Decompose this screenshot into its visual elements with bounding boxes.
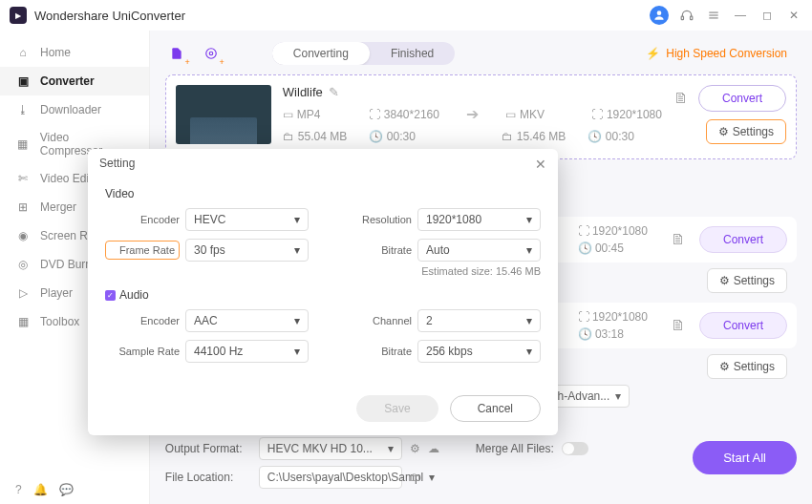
bell-icon[interactable]: 🔔 — [33, 483, 48, 496]
tab-segment: Converting Finished — [272, 42, 455, 65]
home-icon: ⌂ — [15, 45, 31, 60]
start-all-button[interactable]: Start All — [693, 441, 797, 474]
dst-resolution: ⛶ 1920*1080 — [578, 310, 648, 324]
chevron-down-icon: ▾ — [526, 243, 532, 257]
samplerate-label: Sample Rate — [105, 346, 180, 357]
record-icon: ◉ — [15, 228, 31, 243]
gear-icon[interactable]: ⚙ — [410, 442, 420, 455]
channel-select[interactable]: 2▾ — [417, 309, 541, 332]
disc-icon: ◎ — [15, 257, 31, 272]
encoder-label: Encoder — [105, 315, 180, 326]
chevron-down-icon: ▾ — [526, 345, 532, 358]
app-title: Wondershare UniConverter — [34, 9, 185, 23]
sidebar-item-label: Merger — [40, 200, 76, 214]
chevron-down-icon: ▾ — [294, 314, 300, 327]
audio-checkbox[interactable]: ✓ — [105, 290, 116, 301]
folder-icon[interactable]: 🗀 — [410, 471, 421, 484]
src-resolution: ⛶ 3840*2160 — [369, 105, 439, 123]
preset-icon[interactable]: 🗎 — [671, 231, 686, 248]
convert-button[interactable]: Convert — [698, 85, 786, 112]
modal-title: Setting — [99, 157, 135, 172]
feedback-icon[interactable]: 💬 — [59, 483, 74, 496]
preset-icon[interactable]: 🗎 — [671, 317, 686, 334]
menu-icon[interactable] — [705, 7, 722, 24]
maximize-icon[interactable]: ◻ — [759, 7, 776, 24]
svg-point-6 — [206, 49, 217, 59]
framerate-select[interactable]: 30 fps▾ — [185, 239, 309, 262]
settings-button[interactable]: ⚙Settings — [707, 268, 787, 293]
estimated-size: Estimated size: 15.46 MB — [337, 265, 541, 277]
chevron-down-icon: ▾ — [526, 213, 532, 226]
video-thumbnail[interactable] — [176, 85, 271, 144]
settings-button[interactable]: ⚙Settings — [706, 119, 786, 144]
chevron-down-icon: ▾ — [526, 314, 532, 327]
bitrate-label: Bitrate — [337, 244, 412, 256]
titlebar: Wondershare UniConverter — ◻ ✕ — [0, 0, 812, 31]
sidebar-item-label: Player — [40, 286, 73, 300]
video-title: Wildlife — [283, 85, 323, 99]
resolution-select[interactable]: 1920*1080▾ — [417, 208, 541, 231]
download-icon: ⭳ — [15, 102, 31, 117]
user-avatar-icon[interactable] — [650, 6, 669, 25]
add-file-button[interactable] — [165, 42, 188, 65]
bitrate-label: Bitrate — [337, 346, 412, 357]
save-button[interactable]: Save — [356, 395, 438, 422]
cloud-icon[interactable]: ☁ — [428, 442, 439, 455]
dst-duration: 🕓 03:18 — [578, 327, 648, 341]
src-format: ▭ MP4 — [283, 105, 350, 123]
settings-modal: Setting ✕ Video EncoderHEVC▾ Frame Rate3… — [88, 149, 558, 435]
merge-toggle[interactable] — [562, 442, 588, 455]
tab-converting[interactable]: Converting — [272, 42, 370, 65]
chevron-down-icon: ▾ — [429, 471, 435, 484]
dst-duration: 🕓 00:45 — [578, 242, 648, 255]
sidebar-item-converter[interactable]: ▣Converter — [0, 67, 149, 95]
chevron-down-icon: ▾ — [615, 389, 621, 403]
bottom-bar: Output Format: HEVC MKV HD 10...▾ ⚙ ☁ Me… — [165, 437, 797, 494]
headset-icon[interactable] — [678, 7, 695, 24]
gear-icon: ⚙ — [719, 360, 730, 373]
convert-button[interactable]: Convert — [699, 312, 787, 339]
samplerate-select[interactable]: 44100 Hz▾ — [185, 340, 309, 363]
dst-format: ▭ MKV — [505, 105, 572, 123]
tab-finished[interactable]: Finished — [370, 42, 455, 65]
audio-encoder-select[interactable]: AAC▾ — [185, 309, 309, 332]
resolution-label: Resolution — [337, 214, 412, 225]
high-speed-label: High Speed Conversion — [666, 47, 787, 60]
video-encoder-select[interactable]: HEVC▾ — [185, 208, 309, 231]
file-location-select[interactable]: C:\Users\payal\Desktop\Sampl▾ — [259, 466, 402, 489]
output-format-select[interactable]: HEVC MKV HD 10...▾ — [259, 437, 402, 460]
minimize-icon[interactable]: — — [732, 7, 749, 24]
dst-resolution: ⛶ 1920*1080 — [578, 224, 648, 238]
chevron-down-icon: ▾ — [294, 243, 300, 257]
high-speed-button[interactable]: ⚡High Speed Conversion — [636, 43, 797, 64]
video-bitrate-select[interactable]: Auto▾ — [417, 239, 541, 262]
close-icon[interactable]: ✕ — [785, 7, 802, 24]
gear-icon: ⚙ — [718, 125, 729, 138]
chevron-down-icon: ▾ — [388, 442, 394, 455]
sidebar-item-label: Downloader — [40, 103, 101, 116]
audio-section-label: Audio — [119, 288, 149, 302]
video-section-label: Video — [105, 187, 541, 200]
settings-button[interactable]: ⚙Settings — [707, 354, 787, 379]
merge-files-label: Merge All Files: — [476, 442, 554, 455]
src-duration: 🕓 00:30 — [369, 127, 436, 145]
svg-point-0 — [657, 10, 662, 15]
audio-bitrate-select[interactable]: 256 kbps▾ — [417, 340, 541, 363]
sidebar-item-downloader[interactable]: ⭳Downloader — [0, 95, 149, 124]
channel-label: Channel — [337, 315, 412, 326]
convert-button[interactable]: Convert — [699, 226, 787, 253]
add-disc-button[interactable] — [200, 42, 223, 65]
sidebar-item-home[interactable]: ⌂Home — [0, 38, 149, 67]
grid-icon: ▦ — [15, 314, 31, 329]
chevron-down-icon: ▾ — [294, 345, 300, 358]
converter-icon: ▣ — [15, 74, 31, 89]
compress-icon: ▦ — [15, 136, 31, 152]
encoder-label: Encoder — [105, 214, 180, 225]
help-icon[interactable]: ? — [15, 483, 22, 496]
toolbar: Converting Finished ⚡High Speed Conversi… — [165, 42, 797, 65]
preset-icon[interactable]: 🗎 — [673, 90, 689, 107]
svg-rect-1 — [681, 16, 683, 20]
close-icon[interactable]: ✕ — [535, 157, 546, 172]
edit-icon[interactable]: ✎ — [329, 85, 339, 99]
cancel-button[interactable]: Cancel — [450, 395, 541, 422]
